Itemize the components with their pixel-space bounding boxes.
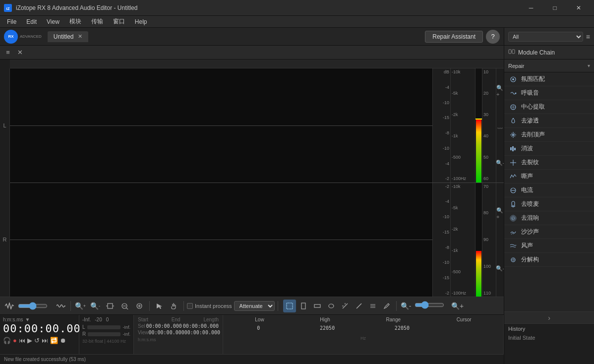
collapse-icon[interactable]: ≡ xyxy=(3,48,13,58)
module-item-center[interactable]: 中心提取 xyxy=(504,100,594,114)
loop-button[interactable]: ↺ xyxy=(34,337,40,344)
start-label: Start xyxy=(138,317,148,322)
module-item-denoise[interactable]: 嘶声 xyxy=(504,170,594,183)
lasso-select-button[interactable] xyxy=(325,300,338,312)
help-icon-button[interactable]: ? xyxy=(486,30,500,44)
module-chain-label: Module Chain xyxy=(518,49,590,56)
db-label-r-8: -8 xyxy=(434,245,449,250)
module-item-dereverb[interactable]: 去混响 xyxy=(504,211,594,225)
module-item-declip[interactable]: 去削顶声 xyxy=(504,128,594,142)
menu-view[interactable]: View xyxy=(42,16,64,28)
waveform-view-button[interactable] xyxy=(3,300,16,312)
channel-r-area[interactable]: R -2 -4 -10 -15 -8 -10 -15 -2 xyxy=(0,183,504,297)
file-tab[interactable]: Untitled ✕ xyxy=(48,31,88,42)
divider-2 xyxy=(149,301,150,311)
cursor-button[interactable] xyxy=(153,300,166,312)
module-item-ambience[interactable]: 氛围匹配 xyxy=(504,72,594,86)
bounce-button[interactable]: ⏺ xyxy=(60,337,66,344)
status-footer: New file created successfully (53 ms) xyxy=(0,354,504,364)
record-button[interactable]: ● xyxy=(13,337,17,344)
close-button[interactable]: ✕ xyxy=(567,0,590,16)
more-modules-button[interactable]: › xyxy=(504,311,594,323)
right-panel: All Repair Utility ≡ Module Chain Repair… xyxy=(504,28,594,364)
maximize-button[interactable]: □ xyxy=(543,0,566,16)
sel-start-val: 00:00:00.000 xyxy=(146,323,181,329)
audio-zoom-in-button[interactable]: 🔍+ xyxy=(451,300,464,312)
menu-help[interactable]: Help xyxy=(130,16,152,28)
next-button[interactable]: ⏭ xyxy=(42,337,48,344)
module-item-derustle[interactable]: 沙沙声 xyxy=(504,225,594,239)
zoom-all-button[interactable] xyxy=(133,300,146,312)
prev-button[interactable]: ⏮ xyxy=(19,337,25,344)
harmonic-select-button[interactable] xyxy=(366,300,379,312)
brush-select-button[interactable] xyxy=(353,300,365,312)
module-item-declick[interactable]: 消波 xyxy=(504,142,594,156)
wave-icon-button[interactable] xyxy=(55,300,67,312)
pen-select-button[interactable] xyxy=(380,300,393,312)
freq-1k: -1k xyxy=(452,133,474,138)
repair-assistant-button[interactable]: Repair Assistant xyxy=(425,31,483,43)
zoom-in-icon-l[interactable]: 🔍+ xyxy=(496,85,504,97)
channel-l-area[interactable]: L dB -4 -10 -15 -8 -10 -4 -2 xyxy=(0,68,504,182)
tab-close-button[interactable]: ✕ xyxy=(78,33,82,40)
zoom-reset-button[interactable] xyxy=(119,300,131,312)
module-item-dehum[interactable]: 电流 xyxy=(504,183,594,197)
time-ruler xyxy=(10,60,504,68)
module-item-decompose[interactable]: 分解构 xyxy=(504,253,594,267)
instant-process-checkbox-container[interactable]: Instant process xyxy=(187,303,232,309)
time-format-label: h:m:s.ms xyxy=(3,317,23,322)
toolbar: 🔍+ 🔍- Instant process xyxy=(0,297,504,314)
minimize-button[interactable]: ─ xyxy=(520,0,542,16)
waveform-r-canvas[interactable] xyxy=(10,183,432,297)
level-l-value: -Inf. xyxy=(122,325,130,330)
module-item-dewind[interactable]: 风声 xyxy=(504,239,594,253)
module-item-demouth[interactable]: 去喷麦 xyxy=(504,197,594,211)
header-bar: RX ADVANCED Untitled ✕ Repair Assistant … xyxy=(0,28,504,46)
module-item-breath[interactable]: 呼吸音 xyxy=(504,86,594,100)
zoom-slider[interactable] xyxy=(18,302,48,310)
module-item-debleed[interactable]: 去渗透 xyxy=(504,114,594,128)
view-start-val: 00:00:00.000 xyxy=(149,330,184,335)
zoom-fit-sel-button[interactable] xyxy=(104,300,117,312)
vu-r-80: 80 xyxy=(483,210,495,215)
time-select-button[interactable] xyxy=(297,300,310,312)
expand-icon[interactable]: ✕ xyxy=(15,48,25,58)
menu-file[interactable]: File xyxy=(2,16,21,28)
headphone-button[interactable]: 🎧 xyxy=(3,337,11,344)
hand-button[interactable] xyxy=(168,300,180,312)
menu-edit[interactable]: Edit xyxy=(21,16,42,28)
play-button[interactable]: ▶ xyxy=(27,337,32,344)
rect-select-button[interactable] xyxy=(283,300,296,312)
view-label: View xyxy=(138,330,149,335)
loop2-button[interactable]: 🔁 xyxy=(50,337,58,344)
vu-r-100: 100 xyxy=(483,264,495,269)
zoom-out-button[interactable]: 🔍- xyxy=(89,300,102,312)
module-item-decrackle[interactable]: 去裂纹 xyxy=(504,156,594,170)
magic-select-button[interactable] xyxy=(339,300,352,312)
zoom-out-icon-r[interactable]: 🔍- xyxy=(496,265,504,272)
svg-text:iZ: iZ xyxy=(6,6,9,11)
menu-transport[interactable]: 传输 xyxy=(86,16,108,28)
vu-30: 30 xyxy=(483,112,495,117)
menu-module[interactable]: 模块 xyxy=(64,16,86,28)
instant-process-checkbox[interactable] xyxy=(187,303,193,309)
zoom-waves-icon-l[interactable]: 〰 xyxy=(497,125,503,131)
waveform-l-canvas[interactable] xyxy=(10,68,432,182)
freq-select-button[interactable] xyxy=(311,300,324,312)
audio-zoom-out-button[interactable]: 🔍- xyxy=(400,300,413,312)
right-menu-button[interactable]: ≡ xyxy=(586,33,590,41)
zoom-in-button[interactable]: 🔍+ xyxy=(74,300,87,312)
svg-marker-11 xyxy=(157,303,162,309)
time-format-arrow[interactable]: ▼ xyxy=(25,317,30,322)
zoom-in-icon-r[interactable]: 🔍+ xyxy=(496,207,504,220)
history-initial-state[interactable]: Initial State xyxy=(508,334,590,342)
audio-zoom-slider[interactable] xyxy=(415,301,444,309)
db-label-l-2: -2 xyxy=(434,176,449,181)
repair-dropdown[interactable]: Repair ▾ xyxy=(504,60,594,72)
zoom-out-icon-l[interactable]: 🔍- xyxy=(496,160,504,166)
attenuate-select[interactable]: Attenuate Replace Cut xyxy=(234,301,275,311)
module-filter-select[interactable]: All Repair Utility xyxy=(508,32,583,42)
vu-bar-r xyxy=(476,251,481,297)
menu-window[interactable]: 窗口 xyxy=(108,16,130,28)
history-title: History xyxy=(508,326,590,332)
